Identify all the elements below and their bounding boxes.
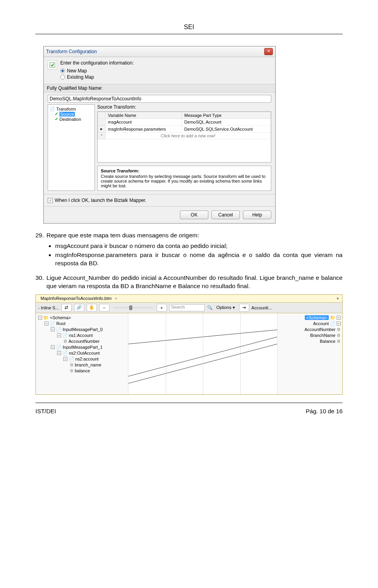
attr-icon: ⚙	[337, 333, 341, 338]
radio-new-map[interactable]: New Map	[60, 68, 271, 74]
check-icon: ✓	[54, 116, 58, 122]
col-message-part-type: Message Part Type	[182, 112, 271, 119]
toolbar-button[interactable]: ⇄	[61, 304, 72, 312]
desc-title: Source Transform:	[101, 168, 268, 173]
doc-icon: 📄	[62, 351, 68, 356]
mapper-tab-bar: MapInfoResponseToAccountInfo.btm × ▾	[36, 295, 342, 303]
schema-node: <Schema>	[50, 315, 71, 320]
toolbar-link-button[interactable]: 🔗	[74, 304, 84, 312]
grid-row[interactable]: msgAccount DemoSQL.Account	[98, 119, 271, 126]
attr-icon: ⚙	[63, 339, 67, 344]
attr-icon: ⚙	[70, 368, 74, 374]
transform-tree[interactable]: 📄Transform ✓Source ✓Destination	[48, 104, 95, 191]
tree-root: Transform	[56, 107, 76, 111]
account-node: Account	[313, 321, 329, 326]
source-schema-tree[interactable]: −📁<Schema> −📄Root −📄InputMessagePart_0 −…	[36, 313, 128, 394]
mapper-canvas[interactable]	[128, 313, 277, 394]
transform-config-dialog: Transform Configuration ✕ Enter the conf…	[43, 46, 276, 224]
radio-label: Existing Map	[67, 74, 94, 80]
schema-node: <Schema>	[305, 315, 329, 320]
toolbar-hand-button[interactable]: ✋	[87, 304, 97, 312]
ok-button[interactable]: OK	[180, 211, 208, 219]
ns2account-node: ns2:account	[75, 357, 98, 361]
doc-icon: 📄	[330, 321, 335, 326]
footer-left: IST/DEI	[35, 408, 56, 414]
attr-icon: ⚙	[337, 339, 341, 344]
mapper-toolbar: - Inline S... ⇄ 🔗 ✋ − + Search 🔍 Options…	[36, 303, 342, 313]
attr-icon: ⚙	[337, 327, 341, 332]
radio-icon	[60, 68, 65, 73]
cell-type: DemoSQL.Account	[182, 119, 271, 126]
search-input[interactable]: Search	[169, 304, 205, 311]
dialog-instruction: Enter the configuration information:	[60, 60, 271, 66]
radio-existing-map[interactable]: Existing Map	[60, 74, 271, 80]
checkbox-icon: ✓	[48, 198, 53, 203]
map-name-label: Fully Qualified Map Name:	[44, 84, 275, 92]
zoom-in-button[interactable]: +	[157, 304, 167, 312]
svg-line-2	[128, 337, 277, 376]
header-rule	[35, 34, 343, 34]
destination-schema-tree[interactable]: <Schema>📁− Account📄− AccountNumber⚙ Bran…	[277, 313, 342, 394]
cell-var: msgInfoResponse.parameters	[106, 126, 182, 133]
search-icon[interactable]: 🔍	[207, 305, 213, 310]
attr-icon: ⚙	[70, 362, 74, 368]
imp0-node: InputMessagePart_0	[63, 327, 103, 332]
dialog-title: Transform Configuration	[46, 49, 264, 54]
ns1account-node: ns1:Account	[69, 333, 93, 338]
checkbox-label: When I click OK, launch the Biztalk Mapp…	[55, 198, 146, 203]
zoom-out-button[interactable]: −	[99, 304, 109, 312]
launch-mapper-checkbox[interactable]: ✓ When I click OK, launch the Biztalk Ma…	[44, 194, 275, 207]
balance-node[interactable]: Balance	[320, 339, 335, 344]
source-transform-grid[interactable]: Variable Name Message Part Type msgAccou…	[97, 111, 271, 163]
doc-icon: 📄	[50, 321, 55, 326]
close-tab-icon[interactable]: ×	[115, 296, 117, 301]
doc-icon: 📄	[69, 357, 74, 362]
bullet-2: msgInfoResponse.parameters para ir busca…	[55, 251, 343, 268]
root-node: Root	[56, 321, 65, 326]
doc-icon: 📄	[62, 333, 68, 338]
bullet-1: msgAccount para ir buscar o número da co…	[55, 242, 343, 250]
radio-label: New Map	[67, 68, 87, 74]
tree-destination[interactable]: Destination	[59, 117, 81, 122]
transform-icon	[48, 60, 57, 70]
accountnumber-node[interactable]: AccountNumber	[304, 327, 335, 332]
source-transform-description: Source Transform: Create source transfor…	[97, 166, 271, 191]
cancel-button[interactable]: Cancel	[211, 211, 240, 219]
svg-line-3	[128, 344, 277, 383]
folder-icon: 📁	[43, 315, 49, 320]
mapper-tab-name[interactable]: MapInfoResponseToAccountInfo.btm	[39, 296, 113, 301]
inline-label: - Inline S...	[38, 305, 59, 310]
help-button[interactable]: Help	[243, 211, 271, 219]
close-button[interactable]: ✕	[264, 48, 273, 55]
footer-right: Pág. 10 de 16	[306, 408, 343, 414]
source-transform-label: Source Transform:	[97, 104, 271, 110]
zoom-slider[interactable]	[113, 307, 153, 309]
accountnumber-node[interactable]: AccountNumber	[69, 339, 100, 344]
transform-node-icon: 📄	[50, 106, 55, 111]
ns2outaccount-node: ns2:OutAccount	[69, 351, 100, 355]
footer-rule	[35, 403, 343, 403]
grid-row[interactable]: ▸ msgInfoResponse.parameters DemoSQL.SQL…	[98, 126, 271, 133]
radio-icon	[60, 75, 65, 80]
doc-icon: 📄	[56, 345, 61, 350]
doc-icon: 📄	[56, 327, 61, 332]
svg-rect-0	[50, 62, 55, 68]
dropdown-icon[interactable]: ▾	[337, 296, 339, 301]
breadcrumb-right: AccountI...	[252, 305, 272, 310]
biztalk-mapper: MapInfoResponseToAccountInfo.btm × ▾ - I…	[35, 294, 343, 395]
imp1-node: InputMessagePart_1	[63, 345, 103, 349]
map-name-input[interactable]: DemoSQL.MapInfoResponseToAccountInfo	[48, 95, 271, 103]
grid-new-row[interactable]: * Click here to add a new row!	[98, 133, 271, 139]
tree-source[interactable]: Source	[59, 112, 75, 116]
item-30-text: Ligue Account_Number do pedido inicial a…	[46, 274, 343, 290]
folder-icon: 📁	[330, 315, 335, 320]
toolbar-button[interactable]: ⇥	[239, 304, 249, 312]
check-icon: ✓	[54, 111, 58, 116]
item-29-number: 29.	[35, 231, 46, 240]
branchname-node[interactable]: branch_name	[75, 362, 101, 367]
cell-var: msgAccount	[106, 119, 182, 126]
branchname-node[interactable]: BranchName	[310, 333, 335, 338]
svg-line-1	[128, 330, 277, 344]
options-dropdown[interactable]: Options ▾	[215, 305, 237, 310]
balance-node[interactable]: balance	[75, 368, 90, 373]
